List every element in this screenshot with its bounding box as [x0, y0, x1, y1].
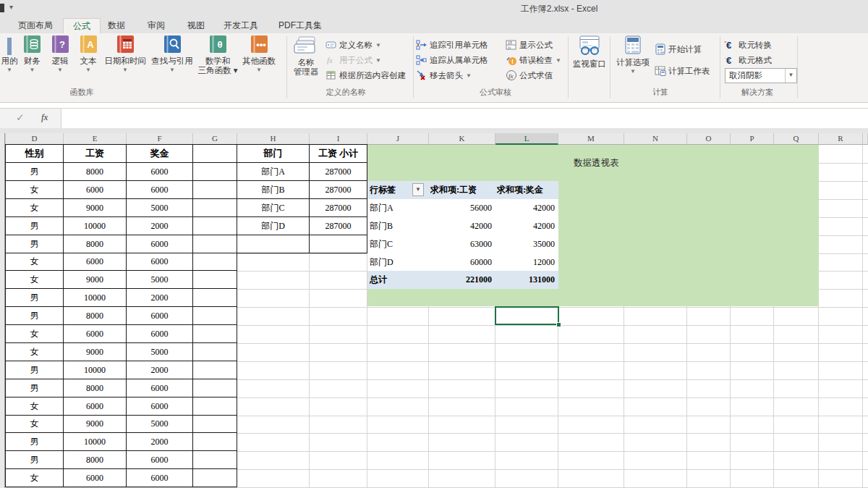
- column-header-H[interactable]: H: [237, 133, 310, 145]
- tab-数据[interactable]: 数据: [104, 18, 129, 33]
- row-labels-filter-dropdown-icon[interactable]: ▼: [412, 183, 424, 196]
- main-table-cell[interactable]: 女: [6, 325, 64, 343]
- main-table-cell[interactable]: 6000: [127, 397, 193, 416]
- main-table-cell[interactable]: [193, 217, 237, 235]
- main-table-cell[interactable]: 男: [6, 361, 64, 379]
- main-table-cell[interactable]: 男: [6, 289, 64, 307]
- main-table-cell[interactable]: [193, 397, 237, 416]
- column-header-I[interactable]: I: [310, 133, 367, 145]
- main-table-cell[interactable]: 8000: [64, 163, 127, 181]
- main-table-cell[interactable]: 6000: [127, 253, 193, 271]
- main-table-cell[interactable]: 6000: [127, 379, 193, 397]
- column-header-J[interactable]: J: [367, 133, 429, 145]
- recently-used-partial-button[interactable]: 用的▼: [0, 35, 19, 73]
- watch-window-button[interactable]: 监视窗口: [571, 35, 608, 69]
- main-table-cell[interactable]: 8000: [64, 307, 127, 325]
- main-table-cell[interactable]: 男: [6, 307, 64, 325]
- selected-cell[interactable]: [495, 306, 559, 325]
- pivot-row-label-cell[interactable]: 部门C: [370, 235, 427, 253]
- pivot-value-cell[interactable]: 63000: [429, 235, 495, 253]
- main-table-cell[interactable]: 5000: [127, 343, 193, 361]
- column-header-partial[interactable]: [863, 133, 868, 145]
- main-table-cell[interactable]: [193, 325, 237, 343]
- pivot-row-label-cell[interactable]: 部门A: [370, 199, 427, 217]
- main-table-cell[interactable]: 6000: [127, 235, 193, 253]
- dept-table-cell[interactable]: 287000: [310, 199, 367, 217]
- tab-公式[interactable]: 公式: [63, 18, 101, 34]
- button-追踪从属单元格[interactable]: 追踪从属单元格: [416, 53, 488, 67]
- main-table-cell[interactable]: [193, 271, 237, 289]
- pivot-row-label-cell[interactable]: 部门D: [370, 253, 427, 271]
- pivot-value-cell[interactable]: 42000: [495, 199, 558, 217]
- column-header-M[interactable]: M: [558, 133, 624, 145]
- main-table-cell[interactable]: 6000: [64, 181, 127, 199]
- main-table-cell[interactable]: 9000: [64, 416, 127, 433]
- column-header-F[interactable]: F: [127, 133, 193, 145]
- dept-table-cell[interactable]: 287000: [310, 163, 367, 181]
- main-table-cell[interactable]: [193, 289, 237, 307]
- button-公式求值[interactable]: fx公式求值: [506, 68, 553, 83]
- main-table-cell[interactable]: 8000: [64, 379, 127, 397]
- main-table-cell[interactable]: 2000: [127, 217, 193, 235]
- pivot-total-label-cell[interactable]: 总计: [370, 271, 427, 289]
- button-开始计算[interactable]: 开始计算: [655, 42, 702, 56]
- main-table-cell[interactable]: [193, 343, 237, 361]
- main-table-cell[interactable]: 5000: [127, 271, 193, 289]
- main-table-cell[interactable]: 6000: [127, 307, 193, 325]
- column-header-E[interactable]: E: [64, 133, 127, 145]
- tab-PDF工具集[interactable]: PDF工具集: [275, 18, 326, 33]
- main-table-cell[interactable]: 6000: [127, 469, 193, 487]
- main-table-header-cell[interactable]: 性别: [6, 145, 64, 163]
- main-table-cell[interactable]: 女: [6, 271, 64, 289]
- main-table-cell[interactable]: [193, 451, 237, 469]
- shadow-dropdown[interactable]: 取消阴影▼: [725, 68, 797, 83]
- pivot-header-cell[interactable]: 求和项:工资: [430, 181, 494, 199]
- function-more-functions-button[interactable]: •••其他函数▼: [239, 35, 278, 73]
- column-header-P[interactable]: P: [731, 133, 774, 145]
- main-table-header-cell[interactable]: 奖金: [127, 145, 193, 163]
- dept-table-cell[interactable]: 部门D: [237, 217, 310, 235]
- pivot-value-cell[interactable]: 42000: [495, 217, 558, 235]
- calculation-options-button[interactable]: 计算选项▼: [613, 35, 653, 75]
- button-显示公式[interactable]: 15fx显示公式: [506, 38, 553, 52]
- main-table-cell[interactable]: 8000: [64, 235, 127, 253]
- function-date-time-button[interactable]: 日期和时间▼: [102, 35, 148, 73]
- main-table-cell[interactable]: 2000: [127, 289, 193, 307]
- main-table-cell[interactable]: 5000: [127, 199, 193, 217]
- main-table-cell[interactable]: 9000: [64, 199, 127, 217]
- column-header-D[interactable]: D: [6, 133, 64, 145]
- main-table-cell[interactable]: 男: [6, 235, 64, 253]
- main-table-cell[interactable]: 男: [6, 451, 64, 469]
- main-table-cell[interactable]: 女: [6, 343, 64, 361]
- column-header-Q[interactable]: Q: [774, 133, 819, 145]
- function-text-button[interactable]: A文本▼: [75, 35, 102, 73]
- main-table-cell[interactable]: 6000: [64, 397, 127, 416]
- pivot-header-cell[interactable]: 求和项:奖金: [497, 181, 557, 199]
- dept-table-cell[interactable]: 部门A: [237, 163, 310, 181]
- enter-check-icon[interactable]: ✓: [16, 112, 25, 123]
- button-欧元转换[interactable]: ⁼€欧元转换: [723, 38, 772, 52]
- main-table-cell[interactable]: 女: [6, 469, 64, 487]
- main-table-cell[interactable]: 8000: [64, 451, 127, 469]
- dept-table-cell[interactable]: 部门C: [237, 199, 310, 217]
- tab-开发工具[interactable]: 开发工具: [221, 18, 260, 33]
- dept-table-header-cell[interactable]: 工资 小计: [310, 145, 367, 163]
- main-table-cell[interactable]: 女: [6, 199, 64, 217]
- main-table-cell[interactable]: 男: [6, 379, 64, 397]
- pivot-value-cell[interactable]: 12000: [495, 253, 558, 271]
- main-table-cell[interactable]: 男: [6, 433, 64, 451]
- main-table-cell[interactable]: 10000: [64, 217, 127, 235]
- dept-table-cell[interactable]: 部门B: [237, 181, 310, 199]
- main-table-header-cell[interactable]: [193, 145, 237, 163]
- function-logical-button[interactable]: ?逻辑▼: [46, 35, 75, 73]
- main-table-cell[interactable]: 女: [6, 416, 64, 433]
- column-header-L[interactable]: L: [495, 133, 558, 145]
- main-table-cell[interactable]: 6000: [64, 325, 127, 343]
- tab-审阅[interactable]: 审阅: [144, 18, 169, 33]
- main-table-cell[interactable]: 9000: [64, 343, 127, 361]
- button-欧元格式[interactable]: ⁻€欧元格式: [723, 53, 772, 67]
- dept-table-cell[interactable]: 287000: [310, 217, 367, 235]
- button-移去箭头[interactable]: 移去箭头▼: [416, 68, 472, 83]
- dept-table-cell[interactable]: [310, 235, 367, 253]
- main-table-cell[interactable]: 10000: [64, 433, 127, 451]
